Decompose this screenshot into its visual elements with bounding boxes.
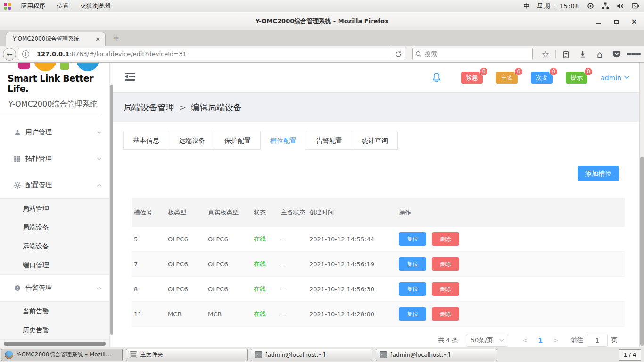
alarm-label: 紧急 <box>466 74 478 81</box>
sidebar-item-user-management[interactable]: 用户管理 <box>0 119 109 146</box>
next-page-button[interactable]: > <box>547 337 564 344</box>
search-input[interactable] <box>425 50 529 58</box>
menu-applications[interactable]: 应用程序 <box>15 0 51 12</box>
cell-board-type: MCB <box>165 311 206 318</box>
sidebar-item-remote-device[interactable]: 远端设备 <box>0 237 109 255</box>
col-header-actions: 操作 <box>396 208 625 217</box>
table-body: 5 OLPC6 OLPC6 在线 -- 2021-10-12 14:55:44 … <box>132 227 625 327</box>
page-size-select[interactable]: 50条/页 <box>466 334 508 347</box>
close-button[interactable]: × <box>631 18 637 25</box>
maximize-button[interactable] <box>613 18 619 25</box>
sidebar-horizontal-scrollbar[interactable] <box>0 340 109 347</box>
browser-tabbar: Y-OMC2000综合管理系统 × + <box>0 30 644 46</box>
sidebar-vertical-scrollbar[interactable] <box>109 63 113 347</box>
volume-icon[interactable] <box>617 2 624 9</box>
breadcrumb-parent[interactable]: 局端设备管理 <box>124 102 174 112</box>
alarm-minor-count: 0 <box>549 67 558 76</box>
site-info-icon[interactable]: i <box>22 50 29 58</box>
taskbar-window-file-manager[interactable]: 主文件夹 <box>126 349 248 361</box>
taskbar-window-terminal-1[interactable]: › [admin@localhost:~] <box>251 349 372 361</box>
alarm-critical-button[interactable]: 紧急 0 <box>461 72 483 84</box>
prev-page-button[interactable]: < <box>517 337 534 344</box>
bookmarks-menu-icon[interactable] <box>559 48 573 61</box>
battery-icon[interactable] <box>632 2 639 9</box>
browser-menu-icon[interactable] <box>627 48 641 61</box>
goto-page-input[interactable] <box>587 334 608 347</box>
tab-statistics-query[interactable]: 统计查询 <box>352 131 397 150</box>
alarm-major-button[interactable]: 主要 0 <box>496 72 518 84</box>
sidebar-item-current-alarms[interactable]: 当前告警 <box>0 302 109 321</box>
url-text[interactable]: 127.0.0.1:8763/#/localdevice/edit?device… <box>37 50 391 58</box>
page-vertical-scrollbar[interactable] <box>639 63 644 347</box>
add-slot-button[interactable]: 添加槽位 <box>578 166 619 181</box>
new-tab-button[interactable]: + <box>110 33 122 42</box>
taskbar-window-terminal-2[interactable]: › [admin@localhost:~] <box>376 349 497 361</box>
alarm-minor-button[interactable]: 次要 0 <box>531 72 553 84</box>
reset-button[interactable]: 复位 <box>399 282 426 296</box>
breadcrumb: 局端设备管理>编辑局端设备 <box>124 102 242 113</box>
tab-basic-info[interactable]: 基本信息 <box>124 131 169 150</box>
sidebar-item-port-management[interactable]: 端口管理 <box>0 255 109 274</box>
content-panel: 基本信息 远端设备 保护配置 槽位配置 告警配置 统计查询 添加槽位 槽位号 板… <box>113 122 644 347</box>
sidebar-item-local-device[interactable]: 局端设备 <box>0 218 109 237</box>
reload-button[interactable] <box>391 48 405 60</box>
applications-icon <box>4 2 11 10</box>
workspace-pager[interactable]: 1 / 4 <box>619 349 641 361</box>
tab-protection-config[interactable]: 保护配置 <box>215 131 260 150</box>
sidebar-item-topology-management[interactable]: 拓扑管理 <box>0 146 109 172</box>
ime-indicator[interactable]: 中 <box>523 2 529 10</box>
cell-created: 2021-10-12 14:56:19 <box>307 261 396 268</box>
alarm-major-count: 0 <box>514 67 523 76</box>
network-icon[interactable] <box>602 2 609 9</box>
delete-button[interactable]: 删除 <box>432 232 459 246</box>
col-header-created: 创建时间 <box>307 208 396 217</box>
downloads-icon[interactable] <box>576 48 590 61</box>
delete-button[interactable]: 删除 <box>432 282 459 296</box>
screen-orientation-icon[interactable] <box>587 2 594 9</box>
browser-tab[interactable]: Y-OMC2000综合管理系统 × <box>6 32 106 46</box>
sidebar-item-station-management[interactable]: 局站管理 <box>0 199 109 218</box>
tab-close-icon[interactable]: × <box>94 35 101 42</box>
current-page[interactable]: 1 <box>534 337 548 344</box>
url-bar[interactable]: i 127.0.0.1:8763/#/localdevice/edit?devi… <box>18 48 405 60</box>
back-button[interactable]: ← <box>3 48 16 61</box>
sidebar-item-history-alarms[interactable]: 历史告警 <box>0 321 109 339</box>
sidebar-item-alarm-management[interactable]: 告警管理 <box>0 275 109 301</box>
menu-firefox-app[interactable]: 火狐浏览器 <box>74 0 116 12</box>
table-row: 8 OLPC6 OLPC6 在线 -- 2021-10-12 14:56:30 … <box>132 277 625 302</box>
delete-button[interactable]: 删除 <box>432 257 459 271</box>
taskbar-window-firefox[interactable]: Y-OMC2000综合管理系统 – Mozill… <box>1 349 123 361</box>
menu-places[interactable]: 位置 <box>51 0 74 12</box>
minimize-button[interactable] <box>595 18 602 25</box>
alert-icon <box>13 284 21 292</box>
alarm-hint-button[interactable]: 提示 0 <box>566 72 587 84</box>
table-row: 5 OLPC6 OLPC6 在线 -- 2021-10-12 14:55:44 … <box>132 227 625 252</box>
web-page: Smart Link Better Life. Y-OMC2000综合管理系统 … <box>0 63 644 347</box>
sidebar-collapse-icon[interactable] <box>125 73 135 82</box>
tab-remote-device[interactable]: 远端设备 <box>169 131 215 150</box>
chevron-up-icon <box>97 184 102 187</box>
tab-slot-config[interactable]: 槽位配置 <box>260 131 306 150</box>
taskbar: Y-OMC2000综合管理系统 – Mozill… 主文件夹 › [admin@… <box>0 347 644 362</box>
reset-button[interactable]: 复位 <box>399 232 426 246</box>
cell-ha-state: -- <box>279 309 307 319</box>
delete-button[interactable]: 删除 <box>432 307 459 321</box>
grid-icon <box>13 155 21 163</box>
notification-bell-icon[interactable] <box>431 72 442 84</box>
search-box[interactable] <box>412 48 533 60</box>
chevron-down-icon <box>499 339 504 342</box>
user-dropdown[interactable]: admin <box>601 74 629 82</box>
pocket-icon[interactable] <box>610 48 624 61</box>
desktop-top-bar: 应用程序 位置 火狐浏览器 中 星期二 15:08 <box>0 0 644 12</box>
cell-ha-state: -- <box>279 259 307 269</box>
reset-button[interactable]: 复位 <box>399 257 426 271</box>
cell-created: 2021-10-12 14:28:00 <box>307 311 396 318</box>
cell-ha-state: -- <box>279 284 307 294</box>
bookmark-star-icon[interactable]: ☆ <box>538 48 553 61</box>
tab-alarm-config[interactable]: 告警配置 <box>306 131 352 150</box>
home-icon[interactable]: ⌂ <box>593 48 607 61</box>
sidebar-item-config-management[interactable]: 配置管理 <box>0 172 109 198</box>
clock[interactable]: 星期二 15:08 <box>537 2 579 10</box>
config-submenu: 局站管理 局端设备 远端设备 端口管理 <box>0 198 109 275</box>
reset-button[interactable]: 复位 <box>399 307 426 321</box>
